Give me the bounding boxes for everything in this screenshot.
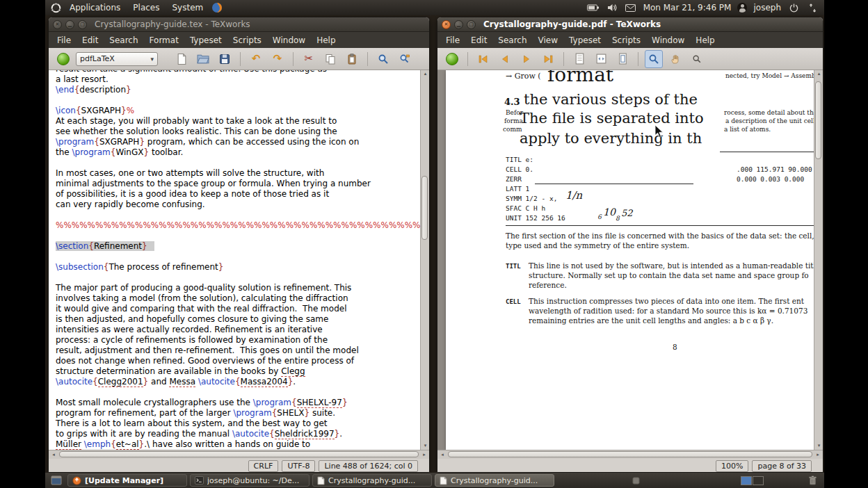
workspace-switcher[interactable] xyxy=(741,476,764,485)
close-icon[interactable]: ✕ xyxy=(53,20,62,29)
editor-statusbar: CRLF UTF-8 Line 488 of 1624; col 0 xyxy=(49,459,429,473)
editor-line: result, adjustment and then re-refinemen… xyxy=(56,345,420,356)
trash-icon[interactable] xyxy=(808,475,817,485)
engine-selector[interactable]: pdfLaTeX ▾ xyxy=(76,52,158,66)
undo-button[interactable]: ↶ xyxy=(247,50,265,68)
menu-edit[interactable]: Edit xyxy=(77,33,104,47)
encoding-indicator[interactable]: UTF-8 xyxy=(282,460,315,472)
power-icon[interactable] xyxy=(787,1,800,14)
first-page-button[interactable] xyxy=(474,50,492,68)
menu-edit[interactable]: Edit xyxy=(465,33,492,47)
single-page-view-button[interactable] xyxy=(570,50,588,68)
menu-scripts[interactable]: Scripts xyxy=(227,33,267,47)
pdf-vertical-scrollbar[interactable]: ▴ ▾ xyxy=(814,70,823,450)
user-avatar-icon[interactable] xyxy=(737,3,747,13)
editor-horizontal-scrollbar[interactable]: ◂ ▸ xyxy=(49,450,429,459)
scroll-down-icon[interactable]: ▾ xyxy=(814,442,823,450)
fit-width-view-button[interactable] xyxy=(592,50,610,68)
open-document-button[interactable] xyxy=(194,50,212,68)
editor-area[interactable]: result can take a significant amount of … xyxy=(49,70,429,450)
fit-page-view-button[interactable] xyxy=(613,50,632,68)
menu-help[interactable]: Help xyxy=(690,33,720,47)
replace-button[interactable] xyxy=(396,50,414,68)
editor-vertical-scrollbar[interactable]: ▴ ▾ xyxy=(420,70,429,450)
editor-titlebar[interactable]: ✕ ▁ ▢ Crystallography-guide.tex - TeXwor… xyxy=(49,17,429,32)
show-desktop-icon[interactable] xyxy=(51,475,62,485)
scroll-left-icon[interactable]: ◂ xyxy=(437,450,447,459)
battery-icon[interactable] xyxy=(587,1,600,14)
pdf-horizontal-scrollbar[interactable]: ◂ ▸ xyxy=(437,450,823,459)
paste-button[interactable] xyxy=(343,50,361,68)
editor-line: see whether the solution looks realistic… xyxy=(56,127,420,137)
ubuntu-logo-icon[interactable] xyxy=(49,1,62,14)
volume-icon[interactable] xyxy=(606,1,618,14)
taskbar-item-crystallography-tex[interactable]: Crystallography-guid... xyxy=(312,474,432,487)
menu-search[interactable]: Search xyxy=(492,33,532,47)
menu-places[interactable]: Places xyxy=(128,1,164,14)
scrollbar-thumb[interactable] xyxy=(448,451,812,457)
menu-help[interactable]: Help xyxy=(311,33,341,47)
copy-button[interactable] xyxy=(321,50,339,68)
taskbar-item-terminal[interactable]: joseph@ubuntu: ~/De... xyxy=(190,474,310,487)
username[interactable]: joseph xyxy=(753,3,781,13)
typeset-button[interactable] xyxy=(443,50,461,68)
next-page-button[interactable] xyxy=(517,50,536,68)
menu-typeset[interactable]: Typeset xyxy=(563,33,606,47)
taskbar-item-crystallography-pdf[interactable]: Crystallography-guid... xyxy=(435,474,554,487)
typeset-button[interactable] xyxy=(54,50,72,68)
updown-arrows-icon[interactable] xyxy=(806,1,819,14)
last-page-button[interactable] xyxy=(539,50,557,68)
previous-page-button[interactable] xyxy=(496,50,514,68)
magnify-tool-button[interactable] xyxy=(645,50,663,68)
menu-search[interactable]: Search xyxy=(104,33,143,47)
scroll-down-icon[interactable]: ▾ xyxy=(421,442,429,450)
cut-button[interactable]: ✂ xyxy=(300,50,318,68)
menu-window[interactable]: Window xyxy=(646,33,690,47)
redo-button[interactable]: ↷ xyxy=(268,50,287,68)
menu-format[interactable]: Format xyxy=(144,33,184,47)
scrollbar-thumb[interactable] xyxy=(59,451,419,457)
screen: Applications Places System Mon Mar 21, 9… xyxy=(0,0,868,488)
page-indicator[interactable]: page 8 of 33 xyxy=(752,460,812,472)
menu-view[interactable]: View xyxy=(533,33,563,47)
eol-indicator[interactable]: CRLF xyxy=(248,460,279,472)
menu-typeset[interactable]: Typeset xyxy=(184,33,227,47)
scroll-up-icon[interactable]: ▴ xyxy=(421,70,429,78)
tray-icon[interactable] xyxy=(632,476,641,485)
close-icon[interactable]: ✕ xyxy=(442,20,451,29)
pdf-text: CELL 0. xyxy=(506,165,533,173)
minimize-icon[interactable]: ▁ xyxy=(65,20,74,29)
zoom-select-button[interactable] xyxy=(688,50,706,68)
scroll-right-icon[interactable]: ▸ xyxy=(419,450,429,459)
find-button[interactable] xyxy=(374,50,392,68)
save-document-button[interactable] xyxy=(216,50,234,68)
pdf-titlebar[interactable]: ✕ ▁ ▢ Crystallography-guide.pdf - TeXwor… xyxy=(437,17,823,32)
firefox-icon[interactable] xyxy=(211,1,223,14)
minimize-icon[interactable]: ▁ xyxy=(454,20,463,29)
taskbar-item-update-manager[interactable]: [Update Manager] xyxy=(67,474,187,487)
scrollbar-thumb[interactable] xyxy=(421,176,428,240)
scroll-left-icon[interactable]: ◂ xyxy=(49,450,58,459)
zoom-indicator[interactable]: 100% xyxy=(716,460,748,472)
workspace-2[interactable] xyxy=(753,476,764,485)
scrollbar-thumb[interactable] xyxy=(815,81,821,159)
pdf-text: ZERR xyxy=(506,175,522,183)
maximize-icon[interactable]: ▢ xyxy=(467,20,476,29)
menu-applications[interactable]: Applications xyxy=(65,1,125,14)
editor-line: can very rapidly become confusing. xyxy=(56,200,420,210)
maximize-icon[interactable]: ▢ xyxy=(78,20,87,29)
mail-icon[interactable] xyxy=(625,1,637,14)
menu-scripts[interactable]: Scripts xyxy=(606,33,646,47)
scroll-right-icon[interactable]: ▸ xyxy=(813,450,823,459)
menu-system[interactable]: System xyxy=(167,1,208,14)
menu-window[interactable]: Window xyxy=(267,33,311,47)
clock[interactable]: Mon Mar 21, 9:46 PM xyxy=(643,3,732,13)
menu-file[interactable]: File xyxy=(51,33,77,47)
scroll-up-icon[interactable]: ▴ xyxy=(814,70,823,78)
hand-tool-button[interactable] xyxy=(666,50,684,68)
new-document-button[interactable] xyxy=(172,50,191,68)
menu-file[interactable]: File xyxy=(440,33,465,47)
pdf-viewport[interactable]: → Grow (formatnected, try Model → Assemb… xyxy=(437,70,823,450)
workspace-1[interactable] xyxy=(741,476,752,485)
undo-icon: ↶ xyxy=(252,54,261,64)
